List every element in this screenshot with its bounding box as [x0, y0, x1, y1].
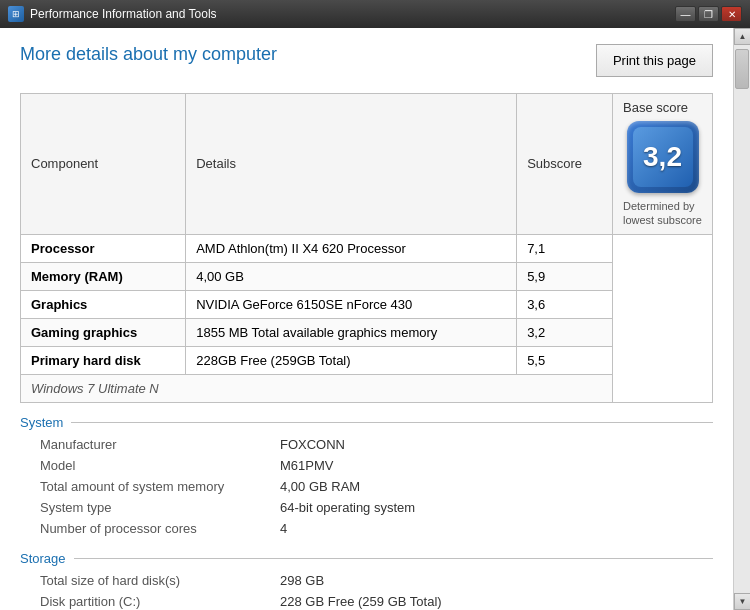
component-details: 4,00 GB — [186, 262, 517, 290]
storage-section-heading: Storage — [20, 551, 713, 566]
scrollbar: ▲ ▼ — [733, 28, 750, 610]
component-details: AMD Athlon(tm) II X4 620 Processor — [186, 234, 517, 262]
system-section-heading: System — [20, 415, 713, 430]
component-name: Graphics — [21, 290, 186, 318]
page-header: More details about my computer Print thi… — [20, 44, 713, 77]
main-content: More details about my computer Print thi… — [0, 28, 733, 610]
list-item: ManufacturerFOXCONN — [20, 434, 713, 455]
scroll-down-button[interactable]: ▼ — [734, 593, 750, 610]
list-item: Total size of hard disk(s)298 GB — [20, 570, 713, 591]
basescore-header: Base score — [623, 100, 702, 115]
list-item: Disk partition (C:)228 GB Free (259 GB T… — [20, 591, 713, 610]
component-subscore: 7,1 — [517, 234, 613, 262]
component-subscore: 3,2 — [517, 318, 613, 346]
list-item: ModelM61PMV — [20, 455, 713, 476]
windows-version: Windows 7 Ultimate N — [21, 374, 613, 402]
score-value: 3,2 — [633, 127, 693, 187]
col-details: Details — [186, 94, 517, 235]
window-title: Performance Information and Tools — [30, 7, 217, 21]
storage-detail-table: Total size of hard disk(s)298 GBDisk par… — [20, 570, 713, 610]
window-app-icon: ⊞ — [8, 6, 24, 22]
component-name: Primary hard disk — [21, 346, 186, 374]
list-item: System type64-bit operating system — [20, 497, 713, 518]
close-button[interactable]: ✕ — [721, 6, 742, 22]
window-titlebar: ⊞ Performance Information and Tools — ❐ … — [0, 0, 750, 28]
content-area: More details about my computer Print thi… — [0, 28, 750, 610]
component-details: 1855 MB Total available graphics memory — [186, 318, 517, 346]
scroll-up-button[interactable]: ▲ — [734, 28, 750, 45]
col-subscore: Subscore — [517, 94, 613, 235]
score-badge: 3,2 — [627, 121, 699, 193]
detail-value: 4,00 GB RAM — [260, 476, 713, 497]
component-subscore: 3,6 — [517, 290, 613, 318]
detail-value: 64-bit operating system — [260, 497, 713, 518]
detail-label: Disk partition (C:) — [20, 591, 260, 610]
table-row: Gaming graphics 1855 MB Total available … — [21, 318, 713, 346]
list-item: Number of processor cores4 — [20, 518, 713, 539]
minimize-button[interactable]: — — [675, 6, 696, 22]
detail-label: Number of processor cores — [20, 518, 260, 539]
component-details: NVIDIA GeForce 6150SE nForce 430 — [186, 290, 517, 318]
print-button[interactable]: Print this page — [596, 44, 713, 77]
window-controls: — ❐ ✕ — [675, 6, 742, 22]
detail-value: 298 GB — [260, 570, 713, 591]
component-subscore: 5,9 — [517, 262, 613, 290]
table-row: Graphics NVIDIA GeForce 6150SE nForce 43… — [21, 290, 713, 318]
detail-label: Total size of hard disk(s) — [20, 570, 260, 591]
component-name: Memory (RAM) — [21, 262, 186, 290]
detail-value: 4 — [260, 518, 713, 539]
list-item: Total amount of system memory4,00 GB RAM — [20, 476, 713, 497]
page-heading: More details about my computer — [20, 44, 277, 65]
col-basescore: Base score 3,2 Determined by lowest subs… — [613, 94, 713, 235]
system-detail-table: ManufacturerFOXCONNModelM61PMVTotal amou… — [20, 434, 713, 539]
table-row: Memory (RAM) 4,00 GB 5,9 — [21, 262, 713, 290]
component-details: 228GB Free (259GB Total) — [186, 346, 517, 374]
component-name: Gaming graphics — [21, 318, 186, 346]
windows-version-row: Windows 7 Ultimate N — [21, 374, 713, 402]
scroll-thumb[interactable] — [735, 49, 749, 89]
performance-table: Component Details Subscore Base score 3,… — [20, 93, 713, 403]
detail-value: M61PMV — [260, 455, 713, 476]
detail-label: Total amount of system memory — [20, 476, 260, 497]
component-name: Processor — [21, 234, 186, 262]
component-subscore: 5,5 — [517, 346, 613, 374]
col-component: Component — [21, 94, 186, 235]
detail-label: Manufacturer — [20, 434, 260, 455]
table-row: Primary hard disk 228GB Free (259GB Tota… — [21, 346, 713, 374]
window-title-area: ⊞ Performance Information and Tools — [8, 6, 217, 22]
detail-label: Model — [20, 455, 260, 476]
scroll-track[interactable] — [734, 45, 750, 593]
table-row: Processor AMD Athlon(tm) II X4 620 Proce… — [21, 234, 713, 262]
restore-button[interactable]: ❐ — [698, 6, 719, 22]
score-label: Determined by lowest subscore — [623, 199, 702, 228]
detail-value: 228 GB Free (259 GB Total) — [260, 591, 713, 610]
detail-label: System type — [20, 497, 260, 518]
detail-value: FOXCONN — [260, 434, 713, 455]
